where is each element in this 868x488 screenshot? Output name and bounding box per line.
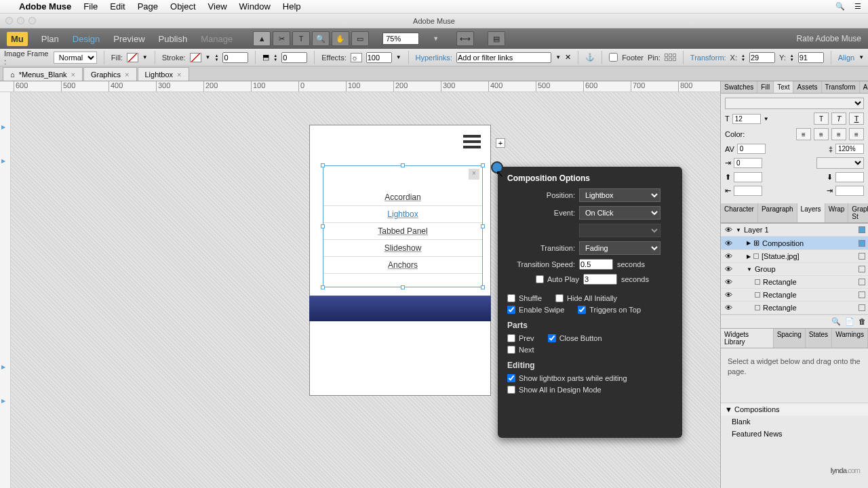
menu-item-slideshow[interactable]: Slideshow xyxy=(323,240,482,257)
position-select[interactable]: Lightbox xyxy=(579,188,660,202)
design-canvas[interactable]: + × Accordian Lightbox Tabbed Panel xyxy=(11,92,720,488)
y-input[interactable] xyxy=(798,52,824,63)
align-label[interactable]: Align xyxy=(838,54,854,62)
x-input[interactable] xyxy=(749,52,775,63)
corner-input[interactable] xyxy=(281,52,307,63)
add-target-button[interactable]: + xyxy=(496,138,505,148)
close-button-checkbox[interactable] xyxy=(548,334,556,342)
traffic-lights[interactable] xyxy=(5,17,36,24)
doc-tab-lightbox[interactable]: Lightbox× xyxy=(138,67,189,81)
selection-indicator[interactable] xyxy=(859,304,865,311)
widget-close-button[interactable]: × xyxy=(469,169,479,180)
rate-link[interactable]: Rate Adobe Muse xyxy=(797,34,861,43)
leading-input[interactable] xyxy=(835,144,864,154)
tab-paragraph[interactable]: Paragraph xyxy=(758,203,797,222)
triggers-top-checkbox[interactable] xyxy=(578,306,586,314)
stroke-swatch[interactable] xyxy=(190,53,201,62)
tab-fill[interactable]: Fill xyxy=(757,81,774,93)
pin-grid[interactable] xyxy=(665,54,676,61)
list-icon[interactable]: ☰ xyxy=(854,2,861,11)
layer-row[interactable]: 👁▼Layer 1 xyxy=(721,224,868,237)
rectangle-tool[interactable]: ▭ xyxy=(351,31,369,46)
trash-icon[interactable]: 🗑 xyxy=(859,317,866,326)
selection-indicator[interactable] xyxy=(859,291,865,298)
tab-transform[interactable]: Transform xyxy=(822,81,860,93)
menu-object[interactable]: Object xyxy=(170,1,196,12)
hand-tool[interactable]: ✋ xyxy=(332,31,349,46)
indent-input[interactable] xyxy=(734,158,762,168)
effects-input[interactable] xyxy=(366,52,392,63)
layer-row[interactable]: 👁▶⊞Composition xyxy=(721,237,868,250)
tab-text[interactable]: Text xyxy=(774,81,793,93)
align-right-button[interactable]: ≡ xyxy=(831,128,846,140)
italic-button[interactable]: T xyxy=(831,113,846,125)
autoplay-checkbox[interactable] xyxy=(536,275,544,283)
image-frame-select[interactable]: Normal xyxy=(54,52,97,64)
tab-spacing[interactable]: Spacing xyxy=(774,329,806,348)
widget-item-featured-news[interactable]: Featured News xyxy=(721,428,868,440)
hamburger-icon[interactable] xyxy=(463,135,481,148)
tab-align[interactable]: Align xyxy=(860,81,868,93)
text-style-select[interactable] xyxy=(816,157,864,169)
menu-window[interactable]: Window xyxy=(239,1,271,12)
align-center-button[interactable]: ≡ xyxy=(814,128,829,140)
crop-tool[interactable]: ✂ xyxy=(273,31,290,46)
gear-icon[interactable] xyxy=(491,161,503,174)
show-lightbox-checkbox[interactable] xyxy=(507,374,515,382)
layer-row[interactable]: 👁Rectangle xyxy=(721,302,868,314)
show-all-checkbox[interactable] xyxy=(507,386,515,394)
tab-layers[interactable]: Layers xyxy=(797,203,825,222)
menu-help[interactable]: Help xyxy=(283,1,301,12)
layer-row[interactable]: 👁Rectangle xyxy=(721,276,868,289)
nav-plan[interactable]: Plan xyxy=(41,34,59,44)
new-layer-icon[interactable]: 📄 xyxy=(845,317,854,326)
app-name[interactable]: Adobe Muse xyxy=(19,1,71,12)
selection-indicator[interactable] xyxy=(859,266,865,272)
kerning-input[interactable] xyxy=(737,144,766,154)
tab-widgets-library[interactable]: Widgets Library xyxy=(721,329,774,348)
menu-file[interactable]: File xyxy=(83,1,98,12)
visibility-icon[interactable]: 👁 xyxy=(724,226,733,234)
menu-item-anchors[interactable]: Anchors xyxy=(323,257,482,274)
layer-row[interactable]: 👁▶[Statue.jpg] xyxy=(721,250,868,263)
stroke-spinner[interactable]: ▲▼ xyxy=(214,54,218,62)
tab-assets[interactable]: Assets xyxy=(793,81,821,93)
tab-swatches[interactable]: Swatches xyxy=(721,81,757,93)
tab-warnings[interactable]: Warnings xyxy=(832,329,868,348)
tab-wrap[interactable]: Wrap xyxy=(825,203,849,222)
close-icon[interactable]: × xyxy=(177,70,181,79)
footer-checkbox[interactable] xyxy=(609,53,618,62)
prev-checkbox[interactable] xyxy=(507,334,515,342)
align-justify-button[interactable]: ≡ xyxy=(849,128,864,140)
swipe-checkbox[interactable] xyxy=(507,306,515,314)
selection-indicator[interactable] xyxy=(859,240,865,247)
menu-item-tabbed[interactable]: Tabbed Panel xyxy=(323,223,482,240)
visibility-icon[interactable]: 👁 xyxy=(724,304,733,312)
close-icon[interactable]: × xyxy=(71,70,75,79)
left-indent-input[interactable] xyxy=(734,186,762,196)
speed-input[interactable] xyxy=(579,259,613,270)
tab-states[interactable]: States xyxy=(806,329,832,348)
shuffle-checkbox[interactable] xyxy=(507,294,515,302)
responsive-icon[interactable]: ⟷ xyxy=(456,31,474,46)
visibility-icon[interactable]: 👁 xyxy=(724,252,733,260)
layer-row[interactable]: 👁▼Group xyxy=(721,263,868,276)
menu-item-accordian[interactable]: Accordian xyxy=(323,189,482,206)
space-after-input[interactable] xyxy=(835,172,864,182)
menu-page[interactable]: Page xyxy=(138,1,158,12)
text-tool[interactable]: T xyxy=(292,31,310,46)
widgets-category-compositions[interactable]: ▼ Compositions xyxy=(721,403,868,415)
visibility-icon[interactable]: 👁 xyxy=(724,291,733,299)
doc-tab-menus[interactable]: ⌂*Menus_Blank× xyxy=(3,67,83,81)
corner-spinner[interactable]: ▲▼ xyxy=(273,54,277,62)
font-size-input[interactable] xyxy=(732,114,761,124)
zoom-tool[interactable]: 🔍 xyxy=(312,31,330,46)
stroke-weight-input[interactable] xyxy=(222,52,248,63)
nav-manage[interactable]: Manage xyxy=(201,34,233,44)
search-icon[interactable]: 🔍 xyxy=(831,317,841,326)
nav-preview[interactable]: Preview xyxy=(113,34,144,44)
selection-indicator[interactable] xyxy=(859,253,865,260)
empty-select[interactable] xyxy=(579,224,660,237)
close-icon[interactable]: × xyxy=(125,70,129,79)
zoom-select[interactable] xyxy=(382,33,419,45)
